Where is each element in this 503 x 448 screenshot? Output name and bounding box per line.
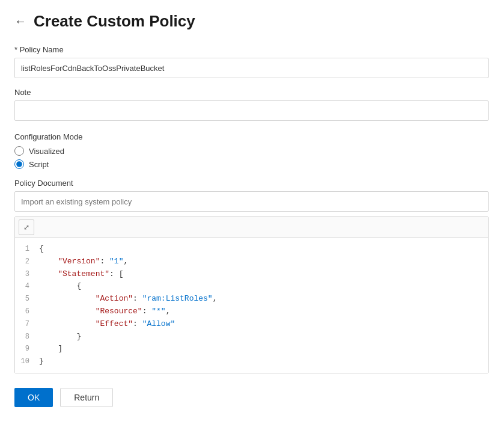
code-line-2: 2 "Version": "1",	[15, 256, 488, 268]
policy-name-label: * Policy Name	[14, 45, 489, 54]
code-line-10: 10 }	[15, 355, 488, 368]
policy-name-section: * Policy Name	[14, 45, 489, 78]
line-number-9: 9	[15, 343, 39, 355]
policy-name-input[interactable]	[14, 58, 489, 78]
line-number-7: 7	[15, 319, 39, 330]
radio-visualized-label: Visualized	[29, 147, 64, 156]
page-title: Create Custom Policy	[34, 12, 195, 31]
radio-visualized[interactable]: Visualized	[14, 146, 489, 156]
code-line-1: 1 {	[15, 243, 488, 256]
radio-script-input[interactable]	[14, 159, 24, 169]
line-number-6: 6	[15, 306, 39, 318]
line-number-1: 1	[15, 244, 39, 255]
code-editor-toolbar: ⤢	[15, 217, 488, 238]
config-mode-label: Configuration Mode	[14, 132, 489, 141]
note-section: Note	[14, 88, 489, 123]
ok-button[interactable]: OK	[14, 388, 53, 407]
code-editor[interactable]: 1 { 2 "Version": "1", 3 "Statement": [ 4…	[15, 238, 488, 373]
policy-doc-label: Policy Document	[14, 179, 489, 188]
line-number-10: 10	[15, 356, 39, 367]
policy-doc-section: Policy Document	[14, 179, 489, 212]
radio-script-label: Script	[29, 160, 49, 169]
expand-button[interactable]: ⤢	[19, 219, 34, 235]
code-line-7: 7 "Effect": "Allow"	[15, 318, 488, 331]
code-editor-container: ⤢ 1 { 2 "Version": "1", 3 "Statement": […	[14, 216, 489, 373]
radio-script[interactable]: Script	[14, 159, 489, 169]
note-input[interactable]	[14, 100, 489, 121]
back-button[interactable]: ←	[14, 14, 26, 28]
radio-visualized-input[interactable]	[14, 146, 24, 156]
line-number-4: 4	[15, 281, 39, 292]
radio-group: Visualized Script	[14, 146, 489, 169]
line-number-8: 8	[15, 331, 39, 343]
line-number-3: 3	[15, 269, 39, 280]
code-line-8: 8 }	[15, 331, 488, 343]
note-label: Note	[14, 88, 489, 97]
code-line-3: 3 "Statement": [	[15, 268, 488, 281]
code-line-5: 5 "Action": "ram:ListRoles",	[15, 293, 488, 305]
code-line-9: 9 ]	[15, 343, 488, 355]
import-policy-input[interactable]	[14, 191, 489, 212]
code-line-6: 6 "Resource": "*",	[15, 305, 488, 318]
return-button[interactable]: Return	[60, 388, 113, 407]
line-number-5: 5	[15, 293, 39, 305]
page-header: ← Create Custom Policy	[14, 12, 489, 31]
line-number-2: 2	[15, 256, 39, 268]
footer-buttons: OK Return	[14, 388, 489, 407]
code-line-4: 4 {	[15, 280, 488, 293]
config-mode-section: Configuration Mode Visualized Script	[14, 132, 489, 169]
